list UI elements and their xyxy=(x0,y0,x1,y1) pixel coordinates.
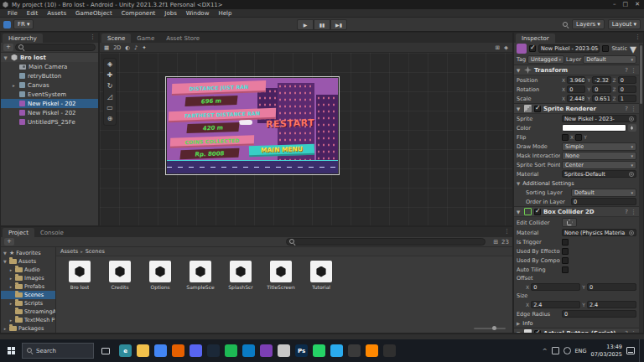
sprite-sort-point-dropdown[interactable]: Center ▾ xyxy=(562,161,636,169)
hierarchy-search-input[interactable] xyxy=(15,44,96,51)
taskbar-app-spotify-icon[interactable] xyxy=(225,344,237,357)
shaded-mode-icon[interactable]: ▦ xyxy=(104,44,109,51)
selected-sprite-bounds[interactable]: DISTANCE JUST RAN 696 m FARTHEST DISTANC… xyxy=(165,76,340,175)
hierarchy-menu-icon[interactable]: ⋮ xyxy=(90,34,96,40)
packages-node[interactable]: ▸ Packages xyxy=(1,324,55,333)
position-y-field[interactable]: -2.32 xyxy=(592,76,610,84)
hierarchy-item-canvas[interactable]: ▸ Canvas xyxy=(1,80,98,90)
rotation-y-field[interactable]: 0 xyxy=(592,85,610,93)
effects-toggle-icon[interactable]: ✦ xyxy=(142,44,146,51)
hierarchy-item-new-piskel-selected[interactable]: New Piskel - 202 xyxy=(1,99,98,108)
close-button[interactable]: ✕ xyxy=(635,0,640,9)
menu-assets[interactable]: Assets xyxy=(43,9,70,18)
offset-x-field[interactable]: 0 xyxy=(531,283,580,291)
component-menu-icon[interactable]: ⋮ xyxy=(631,67,636,74)
task-view-button[interactable] xyxy=(97,339,114,362)
rotate-tool-icon[interactable]: ↻ xyxy=(107,82,113,90)
tag-dropdown[interactable]: Untagged ▾ xyxy=(527,55,564,64)
hierarchy-create-button[interactable]: + xyxy=(3,44,13,51)
draw-mode-dropdown[interactable]: Simple ▾ xyxy=(562,142,636,151)
help-icon[interactable]: ? xyxy=(625,209,628,215)
taskbar-clock[interactable]: 13:49 07/03/2025 xyxy=(591,344,622,357)
taskbar-app-obs-icon[interactable] xyxy=(348,344,361,357)
is-trigger-checkbox[interactable] xyxy=(562,239,569,246)
box-collider-enabled-checkbox[interactable] xyxy=(534,209,541,215)
folder-scenes[interactable]: Scenes xyxy=(1,291,55,299)
inspector-menu-icon[interactable]: ⋮ xyxy=(635,34,641,40)
hierarchy-item-main-camera[interactable]: Main Camera xyxy=(1,62,98,71)
foldout-open-icon[interactable]: ▼ xyxy=(3,55,8,60)
sprite-renderer-component-header[interactable]: ▼ Sprite Renderer ? ⋮ xyxy=(514,103,639,114)
taskbar-app-vs-code-icon[interactable] xyxy=(242,344,255,357)
scale-x-field[interactable]: 2.448 xyxy=(567,95,585,102)
layout-dropdown[interactable]: Layout ▾ xyxy=(608,19,641,29)
move-tool-icon[interactable]: ✚ xyxy=(107,71,113,80)
breadcrumb-assets[interactable]: Assets xyxy=(60,248,78,255)
start-button[interactable] xyxy=(0,339,22,362)
sorting-layer-dropdown[interactable]: Default ▾ xyxy=(571,189,636,197)
rotation-z-field[interactable]: 0 xyxy=(618,85,636,93)
plastic-scm-icon[interactable] xyxy=(3,21,11,28)
gizmos-icon[interactable]: ◈ xyxy=(504,44,508,51)
transform-component-header[interactable]: ▼ Transform ? ⋮ xyxy=(514,65,639,75)
mask-interaction-dropdown[interactable]: None ▾ xyxy=(562,152,636,160)
color-swatch[interactable] xyxy=(562,124,626,132)
taskbar-app-telegram-icon[interactable] xyxy=(330,344,343,357)
account-button[interactable]: FR ▾ xyxy=(13,19,34,29)
grid-settings-icon[interactable]: ⊞ xyxy=(496,44,500,51)
menu-component[interactable]: Component xyxy=(117,9,160,18)
hierarchy-item-retrybutton[interactable]: retryButton xyxy=(1,71,98,80)
minimize-button[interactable]: – xyxy=(613,0,616,9)
tray-expand-icon[interactable]: ^ xyxy=(543,348,548,354)
material-object-field[interactable]: Sprites-Default xyxy=(562,170,636,178)
taskbar-app-firefox-icon[interactable] xyxy=(172,344,184,357)
hierarchy-scene-row[interactable]: ▼ Bro lost xyxy=(1,53,98,62)
menu-help[interactable]: Help xyxy=(214,9,236,18)
transform-tool-icon[interactable]: ⊕ xyxy=(107,115,113,123)
size-y-field[interactable]: 2.4 xyxy=(587,301,636,308)
scale-y-field[interactable]: 0.6517 xyxy=(592,95,610,102)
taskbar-app-discord-icon[interactable] xyxy=(190,344,202,357)
order-in-layer-field[interactable]: 0 xyxy=(571,198,636,205)
taskbar-app-unity-icon[interactable] xyxy=(278,344,290,357)
project-create-button[interactable]: + xyxy=(4,238,14,246)
object-picker-icon[interactable] xyxy=(629,116,634,122)
folder-images[interactable]: ▸ Images xyxy=(1,274,55,282)
tab-console[interactable]: Console xyxy=(34,228,70,237)
folder-audio[interactable]: ▸ Audio xyxy=(1,266,55,274)
file-bro-lost[interactable]: Bro lost xyxy=(61,261,98,290)
view-tool-icon[interactable]: ◈ xyxy=(107,60,112,69)
menu-window[interactable]: Window xyxy=(182,9,214,18)
scene-canvas[interactable]: ◈ ✚ ↻ ◿ ▭ ⊕ DISTANCE JUST RAN xyxy=(100,53,512,225)
component-menu-icon[interactable]: ⋮ xyxy=(631,106,636,112)
info-foldout[interactable]: ▶ Info xyxy=(514,318,639,328)
offset-y-field[interactable]: 0 xyxy=(587,283,636,291)
audio-toggle-icon[interactable]: ♪ xyxy=(134,44,138,51)
object-picker-icon[interactable] xyxy=(629,230,634,235)
object-name-field[interactable]: New Piskel - 2023-05-0 xyxy=(538,44,600,53)
project-menu-icon[interactable]: ⋮ xyxy=(504,228,510,235)
taskbar-app-epic-games-icon[interactable] xyxy=(383,344,396,357)
static-checkbox[interactable] xyxy=(602,45,609,52)
lighting-toggle-icon[interactable]: ◐ xyxy=(125,44,130,51)
active-checkbox[interactable] xyxy=(529,45,536,52)
volume-icon[interactable] xyxy=(564,347,571,354)
hierarchy-item-new-piskel[interactable]: New Piskel - 202 xyxy=(1,108,98,117)
step-button[interactable]: ▶▮ xyxy=(330,19,347,30)
file-options[interactable]: Options xyxy=(142,261,179,290)
position-z-field[interactable]: 0 xyxy=(618,76,636,84)
favorites-node[interactable]: ▼ ★ Favorites xyxy=(1,249,55,257)
layer-dropdown[interactable]: Default ▾ xyxy=(583,55,636,64)
taskbar-app-photoshop-icon[interactable]: Ps xyxy=(295,344,308,357)
action-center-icon[interactable] xyxy=(626,347,635,354)
tab-project[interactable]: Project xyxy=(3,228,34,237)
taskbar-app-chrome-icon[interactable] xyxy=(154,344,167,357)
hierarchy-item-eventsystem[interactable]: EventSystem xyxy=(1,90,98,99)
scale-tool-icon[interactable]: ◿ xyxy=(107,93,112,101)
edit-collider-button[interactable] xyxy=(562,218,577,227)
foldout-closed-icon[interactable]: ▸ xyxy=(11,83,17,88)
rotation-x-field[interactable]: 0 xyxy=(567,85,585,93)
help-icon[interactable]: ? xyxy=(625,67,628,74)
tab-scene[interactable]: Scene xyxy=(101,34,131,43)
play-button[interactable]: ▶ xyxy=(297,19,314,30)
